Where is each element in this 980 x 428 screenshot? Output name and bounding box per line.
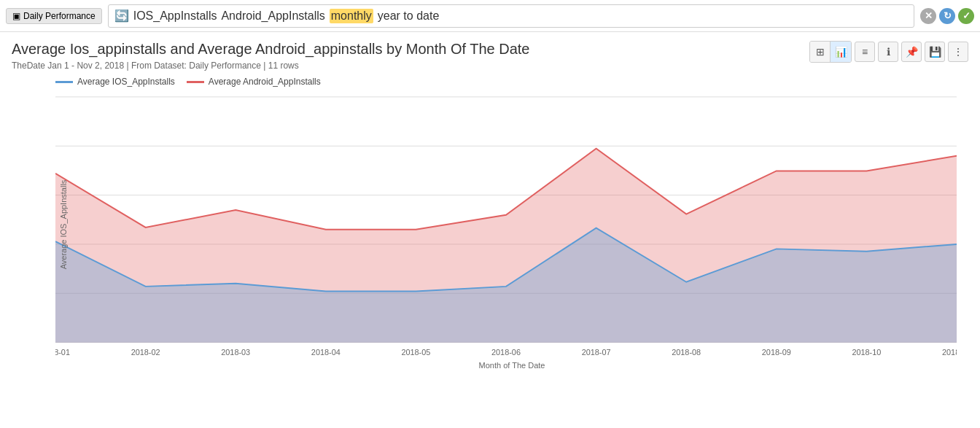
query-icon: 🔄 — [114, 9, 129, 23]
save-button[interactable]: 💾 — [925, 42, 945, 62]
list-view-button[interactable]: ≡ — [855, 42, 875, 62]
chart-svg: 0 50 100 150 200 250 2018-01 2018-02 201… — [55, 90, 957, 357]
pin-button[interactable]: 📌 — [901, 42, 922, 62]
query-bar[interactable]: 🔄 IOS_AppInstalls Android_AppInstalls mo… — [108, 4, 914, 28]
top-bar-actions: ✕ ↻ ✓ — [920, 8, 974, 24]
x-label-0: 2018-01 — [55, 348, 70, 357]
daily-performance-tab[interactable]: ▣ Daily Performance — [6, 8, 102, 24]
x-label-4: 2018-05 — [401, 348, 430, 357]
legend-ios-label: Average IOS_AppInstalls — [77, 77, 175, 87]
x-axis-label: Month of The Date — [55, 361, 968, 370]
x-label-10: 2018-11 — [942, 348, 957, 357]
x-label-9: 2018-10 — [852, 348, 881, 357]
chart-wrapper: Average IOS_AppInstalls 0 50 100 150 200… — [55, 90, 957, 359]
x-label-3: 2018-04 — [311, 348, 341, 357]
x-label-7: 2018-08 — [672, 348, 701, 357]
close-button[interactable]: ✕ — [920, 8, 936, 24]
more-button[interactable]: ⋮ — [948, 42, 968, 62]
x-label-1: 2018-02 — [131, 348, 160, 357]
query-token-monthly: monthly — [330, 9, 373, 23]
refresh-button[interactable]: ↻ — [939, 8, 955, 24]
chart-toolbar: ⊞ 📊 ≡ ℹ 📌 💾 ⋮ — [809, 41, 968, 63]
query-token-ios: IOS_AppInstalls — [133, 9, 217, 23]
top-bar: ▣ Daily Performance 🔄 IOS_AppInstalls An… — [0, 0, 980, 32]
tab-label: Daily Performance — [23, 11, 96, 21]
chart-legend: Average IOS_AppInstalls Average Android_… — [55, 77, 968, 87]
legend-ios: Average IOS_AppInstalls — [55, 77, 175, 87]
tab-icon: ▣ — [12, 11, 20, 21]
x-label-8: 2018-09 — [762, 348, 791, 357]
table-view-button[interactable]: ⊞ — [810, 42, 831, 62]
legend-android-line — [187, 81, 204, 83]
legend-ios-line — [55, 81, 73, 83]
x-label-2: 2018-03 — [221, 348, 250, 357]
chart-container: Average Ios_appinstalls and Average Andr… — [0, 32, 980, 428]
query-token-ytd: year to date — [378, 9, 440, 23]
query-token-android: Android_AppInstalls — [221, 9, 324, 23]
ok-button[interactable]: ✓ — [958, 8, 974, 24]
y-axis-label: Average IOS_AppInstalls — [59, 180, 68, 270]
legend-android: Average Android_AppInstalls — [187, 77, 321, 87]
x-label-6: 2018-07 — [582, 348, 611, 357]
view-toggle-group: ⊞ 📊 — [809, 41, 852, 63]
x-label-5: 2018-06 — [491, 348, 521, 357]
info-button[interactable]: ℹ — [878, 42, 898, 62]
legend-android-label: Average Android_AppInstalls — [209, 77, 321, 87]
bar-chart-button[interactable]: 📊 — [831, 42, 851, 62]
